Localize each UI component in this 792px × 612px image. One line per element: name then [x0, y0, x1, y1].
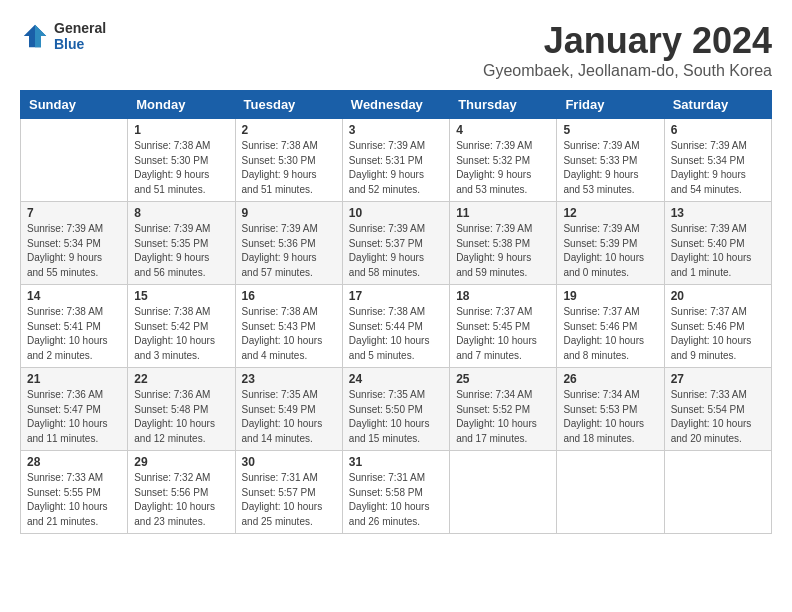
calendar-cell: 23Sunrise: 7:35 AM Sunset: 5:49 PM Dayli…	[235, 368, 342, 451]
calendar-cell: 17Sunrise: 7:38 AM Sunset: 5:44 PM Dayli…	[342, 285, 449, 368]
calendar-cell: 10Sunrise: 7:39 AM Sunset: 5:37 PM Dayli…	[342, 202, 449, 285]
calendar-cell: 9Sunrise: 7:39 AM Sunset: 5:36 PM Daylig…	[235, 202, 342, 285]
calendar-cell: 8Sunrise: 7:39 AM Sunset: 5:35 PM Daylig…	[128, 202, 235, 285]
logo-icon	[20, 21, 50, 51]
day-number: 9	[242, 206, 336, 220]
day-info: Sunrise: 7:38 AM Sunset: 5:30 PM Dayligh…	[134, 139, 228, 197]
day-info: Sunrise: 7:38 AM Sunset: 5:41 PM Dayligh…	[27, 305, 121, 363]
calendar-cell	[21, 119, 128, 202]
day-info: Sunrise: 7:38 AM Sunset: 5:42 PM Dayligh…	[134, 305, 228, 363]
day-info: Sunrise: 7:39 AM Sunset: 5:40 PM Dayligh…	[671, 222, 765, 280]
calendar-cell: 28Sunrise: 7:33 AM Sunset: 5:55 PM Dayli…	[21, 451, 128, 534]
day-info: Sunrise: 7:37 AM Sunset: 5:46 PM Dayligh…	[671, 305, 765, 363]
calendar-cell: 14Sunrise: 7:38 AM Sunset: 5:41 PM Dayli…	[21, 285, 128, 368]
day-number: 31	[349, 455, 443, 469]
day-info: Sunrise: 7:38 AM Sunset: 5:43 PM Dayligh…	[242, 305, 336, 363]
day-info: Sunrise: 7:33 AM Sunset: 5:55 PM Dayligh…	[27, 471, 121, 529]
day-number: 28	[27, 455, 121, 469]
calendar-cell	[557, 451, 664, 534]
day-number: 18	[456, 289, 550, 303]
day-number: 19	[563, 289, 657, 303]
calendar-cell: 21Sunrise: 7:36 AM Sunset: 5:47 PM Dayli…	[21, 368, 128, 451]
day-number: 4	[456, 123, 550, 137]
day-number: 2	[242, 123, 336, 137]
day-number: 27	[671, 372, 765, 386]
day-number: 1	[134, 123, 228, 137]
calendar-cell: 27Sunrise: 7:33 AM Sunset: 5:54 PM Dayli…	[664, 368, 771, 451]
day-number: 12	[563, 206, 657, 220]
calendar-cell: 24Sunrise: 7:35 AM Sunset: 5:50 PM Dayli…	[342, 368, 449, 451]
logo-text: General Blue	[54, 20, 106, 52]
calendar-cell: 26Sunrise: 7:34 AM Sunset: 5:53 PM Dayli…	[557, 368, 664, 451]
day-number: 10	[349, 206, 443, 220]
calendar-cell: 18Sunrise: 7:37 AM Sunset: 5:45 PM Dayli…	[450, 285, 557, 368]
calendar-cell	[664, 451, 771, 534]
calendar-cell: 29Sunrise: 7:32 AM Sunset: 5:56 PM Dayli…	[128, 451, 235, 534]
day-number: 22	[134, 372, 228, 386]
day-number: 17	[349, 289, 443, 303]
calendar-cell: 1Sunrise: 7:38 AM Sunset: 5:30 PM Daylig…	[128, 119, 235, 202]
day-number: 26	[563, 372, 657, 386]
weekday-header-monday: Monday	[128, 91, 235, 119]
day-info: Sunrise: 7:33 AM Sunset: 5:54 PM Dayligh…	[671, 388, 765, 446]
calendar-title: January 2024	[483, 20, 772, 62]
weekday-header-sunday: Sunday	[21, 91, 128, 119]
calendar-cell: 7Sunrise: 7:39 AM Sunset: 5:34 PM Daylig…	[21, 202, 128, 285]
title-block: January 2024 Gyeombaek, Jeollanam-do, So…	[483, 20, 772, 80]
calendar-cell: 22Sunrise: 7:36 AM Sunset: 5:48 PM Dayli…	[128, 368, 235, 451]
day-number: 29	[134, 455, 228, 469]
day-info: Sunrise: 7:35 AM Sunset: 5:50 PM Dayligh…	[349, 388, 443, 446]
weekday-header-row: SundayMondayTuesdayWednesdayThursdayFrid…	[21, 91, 772, 119]
logo: General Blue	[20, 20, 106, 52]
day-number: 6	[671, 123, 765, 137]
weekday-header-friday: Friday	[557, 91, 664, 119]
calendar-cell: 12Sunrise: 7:39 AM Sunset: 5:39 PM Dayli…	[557, 202, 664, 285]
svg-marker-1	[35, 25, 46, 48]
calendar-subtitle: Gyeombaek, Jeollanam-do, South Korea	[483, 62, 772, 80]
day-number: 8	[134, 206, 228, 220]
calendar-cell: 31Sunrise: 7:31 AM Sunset: 5:58 PM Dayli…	[342, 451, 449, 534]
calendar-week-row: 1Sunrise: 7:38 AM Sunset: 5:30 PM Daylig…	[21, 119, 772, 202]
day-number: 13	[671, 206, 765, 220]
calendar-cell: 13Sunrise: 7:39 AM Sunset: 5:40 PM Dayli…	[664, 202, 771, 285]
weekday-header-thursday: Thursday	[450, 91, 557, 119]
day-number: 30	[242, 455, 336, 469]
day-info: Sunrise: 7:39 AM Sunset: 5:38 PM Dayligh…	[456, 222, 550, 280]
calendar-week-row: 21Sunrise: 7:36 AM Sunset: 5:47 PM Dayli…	[21, 368, 772, 451]
day-number: 16	[242, 289, 336, 303]
calendar-cell: 3Sunrise: 7:39 AM Sunset: 5:31 PM Daylig…	[342, 119, 449, 202]
day-info: Sunrise: 7:38 AM Sunset: 5:30 PM Dayligh…	[242, 139, 336, 197]
day-info: Sunrise: 7:39 AM Sunset: 5:34 PM Dayligh…	[27, 222, 121, 280]
calendar-week-row: 28Sunrise: 7:33 AM Sunset: 5:55 PM Dayli…	[21, 451, 772, 534]
day-number: 7	[27, 206, 121, 220]
day-info: Sunrise: 7:39 AM Sunset: 5:35 PM Dayligh…	[134, 222, 228, 280]
day-info: Sunrise: 7:35 AM Sunset: 5:49 PM Dayligh…	[242, 388, 336, 446]
day-number: 21	[27, 372, 121, 386]
day-number: 23	[242, 372, 336, 386]
day-info: Sunrise: 7:39 AM Sunset: 5:36 PM Dayligh…	[242, 222, 336, 280]
weekday-header-saturday: Saturday	[664, 91, 771, 119]
day-info: Sunrise: 7:36 AM Sunset: 5:47 PM Dayligh…	[27, 388, 121, 446]
day-info: Sunrise: 7:31 AM Sunset: 5:58 PM Dayligh…	[349, 471, 443, 529]
calendar-cell: 16Sunrise: 7:38 AM Sunset: 5:43 PM Dayli…	[235, 285, 342, 368]
calendar-cell: 15Sunrise: 7:38 AM Sunset: 5:42 PM Dayli…	[128, 285, 235, 368]
calendar-cell: 20Sunrise: 7:37 AM Sunset: 5:46 PM Dayli…	[664, 285, 771, 368]
day-info: Sunrise: 7:34 AM Sunset: 5:52 PM Dayligh…	[456, 388, 550, 446]
calendar-cell	[450, 451, 557, 534]
calendar-cell: 25Sunrise: 7:34 AM Sunset: 5:52 PM Dayli…	[450, 368, 557, 451]
day-info: Sunrise: 7:31 AM Sunset: 5:57 PM Dayligh…	[242, 471, 336, 529]
day-info: Sunrise: 7:37 AM Sunset: 5:45 PM Dayligh…	[456, 305, 550, 363]
day-info: Sunrise: 7:39 AM Sunset: 5:34 PM Dayligh…	[671, 139, 765, 197]
day-info: Sunrise: 7:32 AM Sunset: 5:56 PM Dayligh…	[134, 471, 228, 529]
calendar-table: SundayMondayTuesdayWednesdayThursdayFrid…	[20, 90, 772, 534]
calendar-body: 1Sunrise: 7:38 AM Sunset: 5:30 PM Daylig…	[21, 119, 772, 534]
day-number: 5	[563, 123, 657, 137]
day-number: 15	[134, 289, 228, 303]
calendar-cell: 30Sunrise: 7:31 AM Sunset: 5:57 PM Dayli…	[235, 451, 342, 534]
page-header: General Blue January 2024 Gyeombaek, Jeo…	[20, 20, 772, 80]
day-number: 25	[456, 372, 550, 386]
day-info: Sunrise: 7:39 AM Sunset: 5:31 PM Dayligh…	[349, 139, 443, 197]
day-info: Sunrise: 7:36 AM Sunset: 5:48 PM Dayligh…	[134, 388, 228, 446]
day-number: 24	[349, 372, 443, 386]
day-info: Sunrise: 7:38 AM Sunset: 5:44 PM Dayligh…	[349, 305, 443, 363]
